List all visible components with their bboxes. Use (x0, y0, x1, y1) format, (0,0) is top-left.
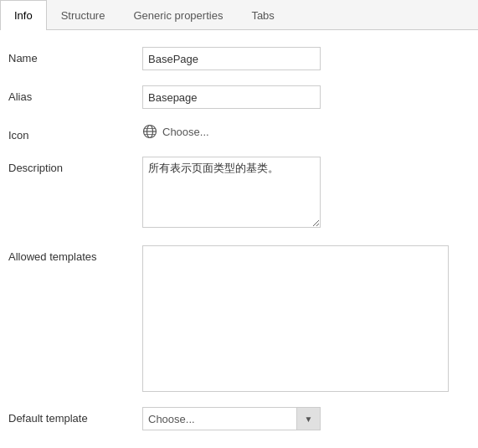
name-input[interactable] (142, 47, 321, 70)
alias-row: Alias (8, 85, 461, 109)
icon-choose-text: Choose... (162, 126, 209, 138)
default-template-select[interactable]: Choose... ▼ (142, 407, 321, 430)
name-row: Name (8, 47, 461, 70)
description-control: 所有表示页面类型的基类。 (142, 157, 461, 230)
alias-input[interactable] (142, 85, 321, 109)
description-label: Description (8, 157, 142, 174)
default-template-label: Default template (8, 407, 142, 425)
tab-info[interactable]: Info (0, 0, 47, 30)
icon-label: Icon (8, 124, 142, 142)
allowed-templates-label: Allowed templates (8, 245, 142, 263)
tab-structure[interactable]: Structure (47, 0, 120, 30)
allowed-templates-control (142, 245, 461, 392)
tab-generic-properties[interactable]: Generic properties (119, 0, 237, 30)
icon-row: Icon Choose... (8, 124, 461, 142)
alias-label: Alias (8, 85, 142, 103)
tab-tabs[interactable]: Tabs (237, 0, 288, 30)
default-template-value: Choose... (143, 409, 296, 429)
alias-control (142, 85, 461, 109)
description-textarea[interactable]: 所有表示页面类型的基类。 (142, 157, 321, 228)
name-control (142, 47, 461, 70)
globe-icon (142, 124, 157, 139)
default-template-control: Choose... ▼ (142, 407, 461, 430)
allowed-templates-box[interactable] (142, 245, 449, 392)
icon-chooser-button[interactable]: Choose... (142, 124, 461, 139)
name-label: Name (8, 47, 142, 64)
default-template-row: Default template Choose... ▼ (8, 407, 461, 430)
tabs-bar: Info Structure Generic properties Tabs (0, 0, 478, 30)
select-arrow-icon: ▼ (296, 408, 320, 430)
icon-control: Choose... (142, 124, 461, 139)
form-content: Name Alias Icon Choose... (0, 30, 478, 448)
allowed-templates-row: Allowed templates (8, 245, 461, 392)
description-row: Description 所有表示页面类型的基类。 (8, 157, 461, 230)
